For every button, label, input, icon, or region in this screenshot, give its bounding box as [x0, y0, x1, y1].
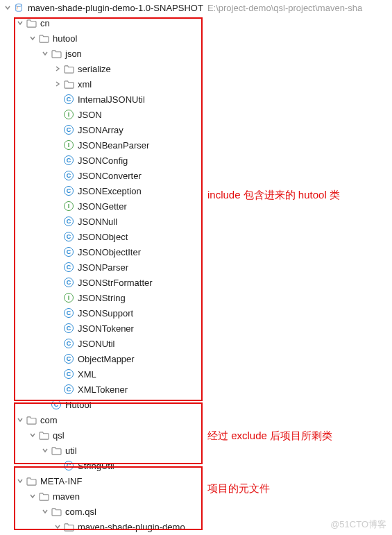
- node-label: qsl: [53, 430, 65, 441]
- chevron-icon[interactable]: [28, 35, 37, 42]
- chevron-icon[interactable]: [40, 50, 50, 57]
- node-label: JSONObject: [78, 232, 128, 242]
- annotation-text-include: include 包含进来的 hutool 类: [207, 187, 346, 202]
- node-label: JSONStrFormatter: [78, 278, 153, 288]
- class-jsonconverter[interactable]: C JSONConverter: [0, 168, 392, 183]
- node-icon: C: [62, 339, 75, 348]
- folder-metainf[interactable]: META-INF: [0, 473, 392, 489]
- node-icon: C: [62, 216, 75, 226]
- node-icon: C: [62, 171, 75, 180]
- class-xml[interactable]: C XML: [0, 366, 392, 382]
- node-label: ObjectMapper: [78, 354, 135, 364]
- folder-maven[interactable]: maven: [0, 489, 392, 504]
- node-icon: [25, 19, 37, 28]
- class-jsonobjectiter[interactable]: C JSONObjectIter: [0, 244, 392, 260]
- node-icon: C: [62, 308, 75, 318]
- node-label: JSONConverter: [78, 171, 142, 181]
- node-label: JSONTokener: [78, 323, 134, 334]
- class-stringutil[interactable]: C StringUtil: [0, 458, 392, 473]
- node-label: Hutool: [65, 400, 92, 410]
- node-label: JSONNull: [78, 216, 117, 227]
- chevron-icon[interactable]: [15, 477, 25, 484]
- chevron-icon[interactable]: [53, 65, 62, 72]
- chevron-icon[interactable]: [40, 447, 50, 454]
- node-icon: [25, 477, 37, 486]
- class-hutool[interactable]: C Hutool: [0, 397, 392, 412]
- svg-point-0: [16, 4, 22, 7]
- node-label: JSONBeanParser: [78, 140, 149, 151]
- node-label: JSONArray: [78, 125, 123, 135]
- node-icon: [50, 507, 62, 516]
- class-jsonconfig[interactable]: C JSONConfig: [0, 153, 392, 168]
- node-label: InternalJSONUtil: [78, 94, 145, 105]
- node-icon: C: [62, 369, 75, 379]
- class-jsonstrformatter[interactable]: C JSONStrFormatter: [0, 275, 392, 290]
- class-jsonparser[interactable]: C JSONParser: [0, 260, 392, 275]
- class-jsonnull[interactable]: C JSONNull: [0, 214, 392, 229]
- folder-comqsl[interactable]: com.qsl: [0, 504, 392, 519]
- node-label: XMLTokener: [78, 384, 128, 395]
- class-objectmapper[interactable]: C ObjectMapper: [0, 351, 392, 366]
- node-label: xml: [78, 79, 92, 90]
- node-icon: [50, 49, 62, 58]
- chevron-icon[interactable]: [15, 19, 25, 26]
- node-icon: C: [62, 232, 75, 241]
- class-jsontokener[interactable]: C JSONTokener: [0, 321, 392, 336]
- node-label: JSONUtil: [78, 339, 114, 349]
- watermark: @51CTO博客: [330, 518, 386, 531]
- folder-util[interactable]: util: [0, 443, 392, 458]
- class-jsonstring[interactable]: I JSONString: [0, 290, 392, 305]
- folder-hutool[interactable]: hutool: [0, 31, 392, 46]
- chevron-icon[interactable]: [53, 523, 62, 530]
- node-label: JSON: [78, 110, 102, 120]
- node-label: JSONString: [78, 293, 126, 303]
- node-label: maven: [53, 491, 80, 502]
- class-xmltokener[interactable]: C XMLTokener: [0, 382, 392, 397]
- class-jsonsupport[interactable]: C JSONSupport: [0, 305, 392, 321]
- node-icon: I: [62, 110, 75, 119]
- node-icon: I: [62, 293, 75, 303]
- node-label: hutool: [53, 33, 77, 44]
- class-jsonarray[interactable]: C JSONArray: [0, 122, 392, 137]
- node-label: JSONConfig: [78, 155, 128, 166]
- chevron-icon[interactable]: [3, 4, 12, 11]
- class-jsonobject[interactable]: C JSONObject: [0, 229, 392, 244]
- folder-cn[interactable]: cn: [0, 15, 392, 31]
- class-json[interactable]: I JSON: [0, 107, 392, 122]
- node-label: json: [65, 49, 82, 59]
- node-icon: [25, 416, 37, 425]
- node-icon: C: [62, 94, 75, 104]
- node-label: maven-shade-plugin-demo: [78, 522, 185, 532]
- node-label: util: [65, 445, 77, 456]
- chevron-icon[interactable]: [28, 432, 37, 439]
- node-label: JSONGetter: [78, 201, 127, 212]
- class-jsonbeanparser[interactable]: I JSONBeanParser: [0, 137, 392, 153]
- annotation-text-exclude: 经过 exclude 后项目所剩类: [207, 428, 332, 443]
- node-label: JSONParser: [78, 262, 128, 273]
- chevron-icon[interactable]: [15, 416, 25, 423]
- class-internaljsonutil[interactable]: C InternalJSONUtil: [0, 92, 392, 107]
- class-jsonutil[interactable]: C JSONUtil: [0, 336, 392, 351]
- chevron-icon[interactable]: [28, 493, 37, 500]
- node-icon: C: [62, 461, 75, 470]
- node-icon: [12, 3, 25, 12]
- node-label: maven-shade-plugin-demo-1.0-SNAPSHOT: [28, 3, 203, 13]
- folder-qsl[interactable]: qsl: [0, 427, 392, 443]
- node-icon: I: [62, 140, 75, 150]
- node-icon: C: [50, 400, 62, 409]
- folder-xml[interactable]: xml: [0, 76, 392, 92]
- node-icon: C: [62, 155, 75, 165]
- folder-serialize[interactable]: serialize: [0, 61, 392, 76]
- chevron-icon[interactable]: [40, 508, 50, 515]
- folder-com[interactable]: com: [0, 412, 392, 427]
- chevron-icon[interactable]: [53, 80, 62, 87]
- root-jar[interactable]: maven-shade-plugin-demo-1.0-SNAPSHOT E:\…: [0, 0, 392, 15]
- node-icon: C: [62, 354, 75, 364]
- path-hint: E:\project-demo\qsl-project\maven-sha: [207, 3, 362, 13]
- folder-json[interactable]: json: [0, 46, 392, 61]
- node-icon: C: [62, 278, 75, 287]
- node-icon: C: [62, 384, 75, 394]
- node-icon: [50, 446, 62, 455]
- node-icon: C: [62, 247, 75, 257]
- node-label: META-INF: [40, 476, 82, 486]
